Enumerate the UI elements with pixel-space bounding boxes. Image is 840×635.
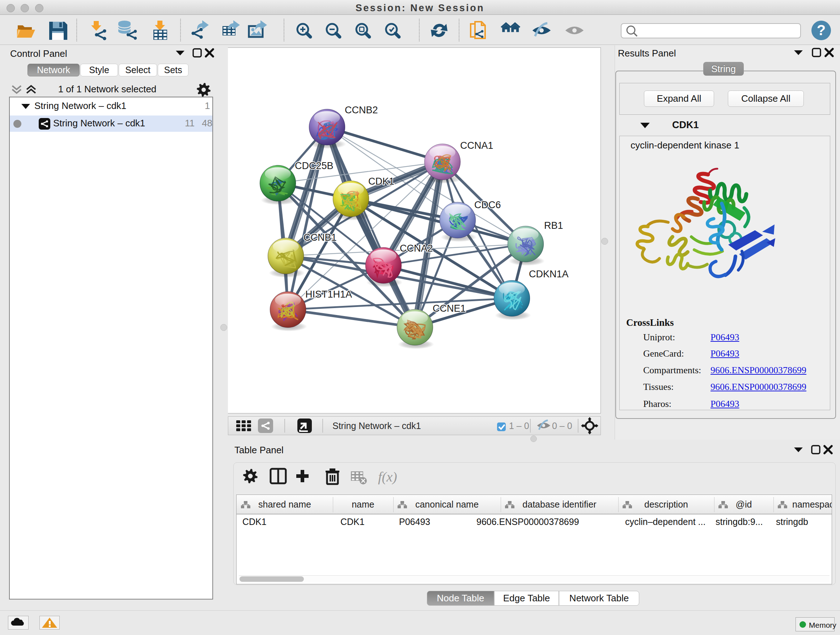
svg-text:CDK1: CDK1 <box>368 176 394 187</box>
svg-text:CCNA1: CCNA1 <box>460 140 493 151</box>
svg-text:String Network – cdk1: String Network – cdk1 <box>332 421 421 431</box>
svg-text:CCNB1: CCNB1 <box>303 232 337 243</box>
svg-text:RB1: RB1 <box>544 220 563 231</box>
svg-text:f(x): f(x) <box>378 469 397 485</box>
svg-text:CDKN1A: CDKN1A <box>529 269 569 279</box>
svg-text:0 – 0: 0 – 0 <box>552 421 572 431</box>
svg-text:HIST1H1A: HIST1H1A <box>305 289 352 300</box>
svg-text:1 – 0: 1 – 0 <box>509 421 529 431</box>
svg-text:CDC25B: CDC25B <box>295 160 333 171</box>
svg-text:CCNE1: CCNE1 <box>433 303 466 314</box>
svg-text:?: ? <box>817 22 826 38</box>
svg-text:CCNA2: CCNA2 <box>400 243 433 254</box>
svg-text:CCNB2: CCNB2 <box>345 105 378 116</box>
svg-text:CDC6: CDC6 <box>474 200 501 211</box>
